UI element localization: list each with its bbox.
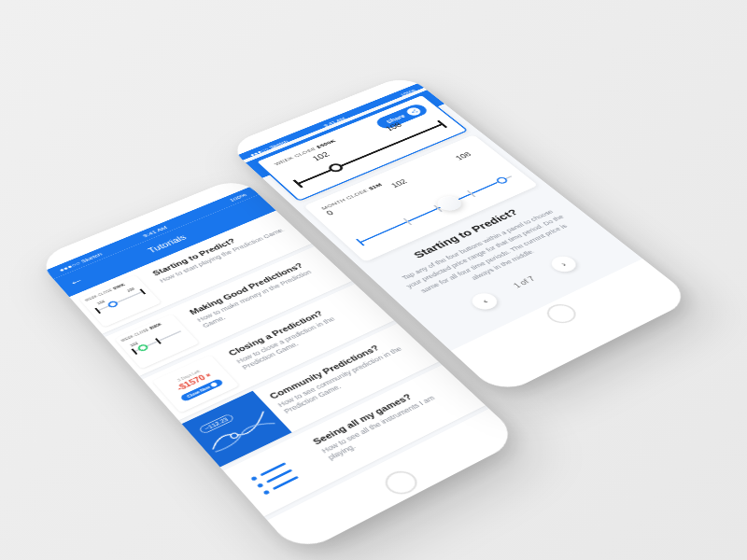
slider-tick-label: 0 bbox=[325, 209, 335, 217]
svg-point-2 bbox=[413, 109, 415, 110]
back-icon[interactable]: ← bbox=[66, 275, 87, 288]
pager-count: 1 of 7 bbox=[512, 275, 537, 289]
svg-point-0 bbox=[230, 432, 239, 439]
pager-next-button[interactable]: › bbox=[546, 254, 580, 275]
slider-value-low: 102 bbox=[310, 151, 331, 163]
pager-prev-button[interactable]: ‹ bbox=[468, 290, 502, 313]
svg-line-5 bbox=[413, 111, 416, 113]
svg-line-4 bbox=[412, 110, 415, 112]
toggle-dot-icon bbox=[209, 382, 218, 387]
